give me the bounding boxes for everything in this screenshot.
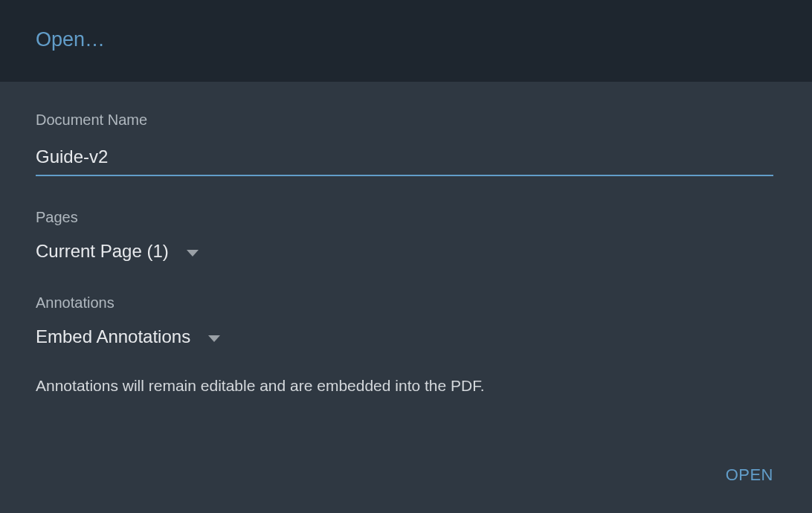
dialog-header: Open… <box>0 0 812 82</box>
pages-dropdown[interactable]: Current Page (1) <box>36 241 199 262</box>
pages-dropdown-value: Current Page (1) <box>36 241 169 262</box>
chevron-down-icon <box>208 335 220 342</box>
open-button[interactable]: OPEN <box>723 459 776 491</box>
document-name-field-group: Document Name <box>36 112 776 176</box>
annotations-field-group: Annotations Embed Annotations Annotation… <box>36 294 776 395</box>
annotations-help-text: Annotations will remain editable and are… <box>36 377 776 395</box>
dialog-content: Document Name Pages Current Page (1) Ann… <box>0 82 812 395</box>
dialog-footer: OPEN <box>723 439 812 513</box>
dialog-title: Open… <box>36 28 776 51</box>
document-name-input[interactable] <box>36 143 773 176</box>
annotations-dropdown[interactable]: Embed Annotations <box>36 326 220 347</box>
pages-label: Pages <box>36 209 776 226</box>
annotations-dropdown-value: Embed Annotations <box>36 326 190 347</box>
chevron-down-icon <box>187 250 199 256</box>
annotations-label: Annotations <box>36 294 776 312</box>
pages-field-group: Pages Current Page (1) <box>36 209 776 262</box>
document-name-label: Document Name <box>36 112 776 129</box>
